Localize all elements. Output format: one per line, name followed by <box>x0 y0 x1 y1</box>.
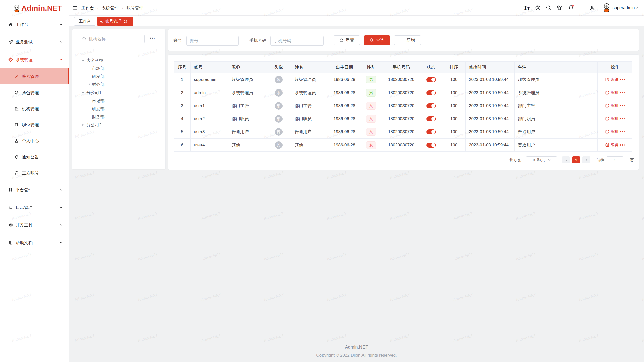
svg-text:Admin.NET: Admin.NET <box>326 252 347 261</box>
svg-text:Admin.NET: Admin.NET <box>263 211 285 221</box>
svg-text:Admin.NET: Admin.NET <box>578 252 599 261</box>
svg-text:Admin.NET: Admin.NET <box>326 293 347 302</box>
svg-text:Admin.NET: Admin.NET <box>200 170 222 180</box>
svg-text:Admin.NET: Admin.NET <box>326 333 347 343</box>
svg-text:Admin.NET: Admin.NET <box>515 252 537 261</box>
svg-text:Admin.NET: Admin.NET <box>641 170 644 180</box>
svg-text:Admin.NET: Admin.NET <box>515 170 537 180</box>
svg-text:Admin.NET: Admin.NET <box>137 252 158 261</box>
svg-text:Admin.NET: Admin.NET <box>263 252 285 261</box>
svg-text:Admin.NET: Admin.NET <box>326 170 347 180</box>
svg-text:Admin.NET: Admin.NET <box>263 333 285 343</box>
svg-text:Admin.NET: Admin.NET <box>263 170 285 180</box>
svg-text:Admin.NET: Admin.NET <box>389 252 411 261</box>
svg-text:Admin.NET: Admin.NET <box>641 48 644 58</box>
svg-text:Admin.NET: Admin.NET <box>578 293 599 302</box>
svg-text:Admin.NET: Admin.NET <box>137 211 158 221</box>
svg-text:Admin.NET: Admin.NET <box>137 333 158 343</box>
svg-text:Admin.NET: Admin.NET <box>74 252 95 261</box>
svg-text:Admin.NET: Admin.NET <box>74 211 95 221</box>
svg-text:Admin.NET: Admin.NET <box>515 333 537 343</box>
svg-text:Admin.NET: Admin.NET <box>641 130 644 139</box>
svg-text:Admin.NET: Admin.NET <box>453 211 474 221</box>
svg-text:Admin.NET: Admin.NET <box>74 170 95 180</box>
svg-text:Admin.NET: Admin.NET <box>515 293 537 302</box>
svg-text:Admin.NET: Admin.NET <box>200 333 222 343</box>
svg-text:Admin.NET: Admin.NET <box>200 252 222 261</box>
svg-text:Admin.NET: Admin.NET <box>74 293 95 302</box>
svg-text:Admin.NET: Admin.NET <box>453 293 474 302</box>
svg-text:Admin.NET: Admin.NET <box>641 333 644 343</box>
svg-text:Admin.NET: Admin.NET <box>263 293 285 302</box>
svg-text:Admin.NET: Admin.NET <box>453 252 474 261</box>
svg-text:Admin.NET: Admin.NET <box>578 211 599 221</box>
svg-text:Admin.NET: Admin.NET <box>453 333 474 343</box>
svg-text:Admin.NET: Admin.NET <box>453 170 474 180</box>
svg-text:Admin.NET: Admin.NET <box>641 293 644 302</box>
svg-text:Admin.NET: Admin.NET <box>389 333 411 343</box>
svg-text:Admin.NET: Admin.NET <box>515 211 537 221</box>
svg-text:Admin.NET: Admin.NET <box>326 211 347 221</box>
svg-text:Admin.NET: Admin.NET <box>578 170 599 180</box>
svg-text:Admin.NET: Admin.NET <box>641 252 644 261</box>
svg-text:Admin.NET: Admin.NET <box>389 170 411 180</box>
svg-text:Admin.NET: Admin.NET <box>200 293 222 302</box>
svg-text:Admin.NET: Admin.NET <box>137 293 158 302</box>
svg-text:Admin.NET: Admin.NET <box>74 333 95 343</box>
svg-text:Admin.NET: Admin.NET <box>641 211 644 221</box>
svg-text:Admin.NET: Admin.NET <box>389 293 411 302</box>
svg-text:Admin.NET: Admin.NET <box>578 333 599 343</box>
svg-text:Admin.NET: Admin.NET <box>137 170 158 180</box>
svg-text:Admin.NET: Admin.NET <box>389 211 411 221</box>
svg-text:Admin.NET: Admin.NET <box>200 211 222 221</box>
svg-text:Admin.NET: Admin.NET <box>641 89 644 99</box>
